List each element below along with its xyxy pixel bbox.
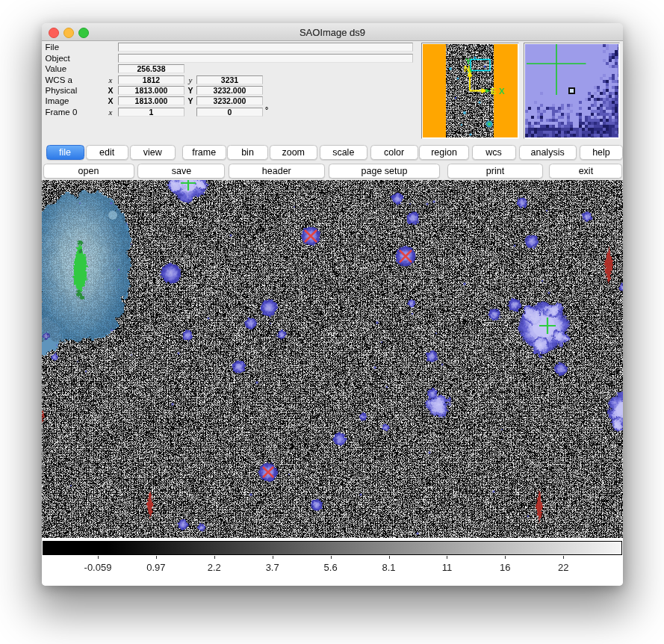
svg-text:X: X: [499, 87, 505, 96]
svg-text:E: E: [491, 87, 497, 96]
svg-text:N: N: [464, 64, 470, 73]
